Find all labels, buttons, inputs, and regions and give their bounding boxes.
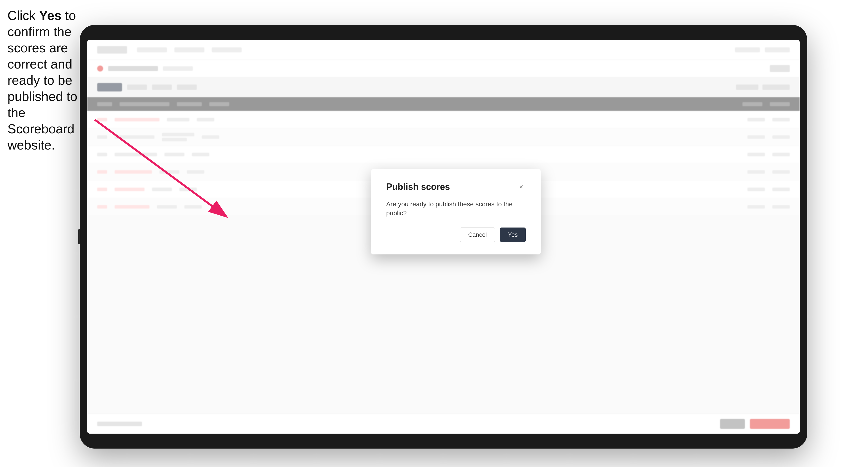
dialog-header: Publish scores ×	[386, 182, 526, 192]
tablet-device: Publish scores × Are you ready to publis…	[80, 25, 807, 448]
dialog-overlay: Publish scores × Are you ready to publis…	[87, 40, 800, 434]
tablet-side-button	[78, 229, 80, 244]
annotation-text: Click Yes to confirm the scores are corr…	[7, 7, 80, 153]
dialog-body: Are you ready to publish these scores to…	[386, 199, 526, 218]
tablet-screen: Publish scores × Are you ready to publis…	[87, 40, 800, 434]
dialog-footer: Cancel Yes	[386, 227, 526, 242]
dialog-title: Publish scores	[386, 182, 450, 192]
annotation-bold: Yes	[39, 8, 62, 23]
cancel-button[interactable]: Cancel	[460, 227, 495, 242]
dialog-close-button[interactable]: ×	[517, 182, 526, 191]
yes-button[interactable]: Yes	[500, 227, 526, 242]
publish-scores-dialog: Publish scores × Are you ready to publis…	[371, 169, 540, 255]
